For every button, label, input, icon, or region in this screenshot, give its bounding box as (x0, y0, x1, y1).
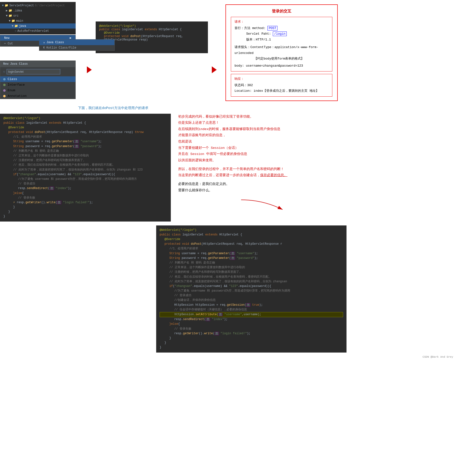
dialog-option-class[interactable]: Class (0, 76, 75, 82)
desc-line-7: 并且在 Session 中填写一些必要的身份信息 (178, 151, 287, 157)
cp3-line-20: resp.sendRedirect(兰 "index"); (160, 317, 343, 322)
interface-option-label: Interface (8, 83, 25, 87)
desc-line-1: 初步完成的代码，看似好像已经实现了登录功能。 (178, 114, 287, 120)
cp3-line-16: //创建会话，并保存的身份信息 (160, 298, 343, 303)
cp2-line-21: } (3, 210, 167, 214)
class-dot (3, 78, 6, 81)
tree-item-src[interactable]: ▼ 📁 src (0, 13, 76, 18)
cp3-line-21: }else{ (160, 322, 343, 326)
cp2-line-12: // 此时为了简单，就直接把密码写死了，假设有效的的用户名和密码，分别为 zha… (3, 168, 167, 172)
cp3-line-4: protected void doPost(HttpServletRequest… (160, 242, 343, 246)
middle-row: @WebServlet("/login") public class login… (0, 114, 459, 222)
tree-item-idea[interactable]: ▶ 📁 .idea (0, 8, 76, 13)
code-panel-2: @WebServlet("/login") public class login… (0, 114, 171, 222)
cp2-line-9: // 正常来说，这个判断操作是要放到数据库中进行存取的 (3, 153, 167, 158)
project-label: ServletProject (9, 4, 34, 7)
cp3-line-7: String password = req.getParameter(兰 "pa… (160, 256, 343, 261)
cp3-line-14: //为了避免 username 和 password为空，而造成空指针异常，把写… (160, 289, 343, 293)
info-panel-title: 登录的交互 (231, 9, 332, 14)
javaclass-label: Java Class (46, 41, 64, 44)
cp2-line-13: if("zhangsan".equals(username) && "123".… (3, 172, 167, 177)
project-icon: ▼ (2, 4, 4, 7)
src-arrow: ▼ (6, 14, 8, 18)
code-panel-3: @WebServlet("/login") public class login… (156, 225, 347, 353)
submenu-javaclass[interactable]: ☕ Java Class (39, 40, 114, 45)
submenu: ☕ Java Class K Kotlin Class/File (39, 39, 115, 51)
tree-item-autorefresh[interactable]: ○ AutoRefreshServlet (0, 29, 76, 33)
idea-folder-icon: 📁 (9, 9, 12, 12)
desc-line-9: 所以，在我们登录的过程中，并不是一个简单的用户名和密码的判断！ (178, 166, 287, 172)
cp3-line-10: // 注册的时候，把用户名和密码给写到数据库里面了。 (160, 270, 343, 274)
dialog-option-annotation[interactable]: Annotation (0, 93, 75, 99)
autorefresh-icon: ○ (15, 29, 16, 33)
cp3-line-1: @WebServlet("/login") (160, 228, 343, 233)
cp2-line-2: public class loginServlet extends HttpSe… (3, 121, 167, 125)
curved-arrow-svg (239, 197, 287, 212)
cp3-line-6: String username = req.getParameter(兰 "us… (160, 251, 343, 256)
desc-line-5: 也就是说 (178, 139, 287, 145)
submenu-kotlinclass[interactable]: K Kotlin Class/File (39, 45, 114, 51)
annotation-dot (3, 95, 6, 97)
project-path: G:\ServletProject (35, 4, 65, 7)
code-line-close: } (99, 41, 204, 45)
arrow-2 (208, 66, 221, 73)
src-label: src (13, 14, 19, 18)
cp2-line-18: // 登录失败 (3, 196, 167, 200)
arrow-2-shape (212, 66, 217, 73)
page-container: ▼ 📁 ServletProject G:\ServletProject ▶ 📁… (0, 0, 459, 476)
cp3-line-12: // 此时为了简单，就直接把密码写死了，假设有效的的用户名和密码，分别为 zha… (160, 279, 343, 284)
java-folder-icon: 📁 (14, 24, 18, 28)
dialog-option-interface[interactable]: Interface (0, 82, 75, 88)
cp3-line-25: } (160, 341, 343, 345)
kotlinclass-label: Kotlin Class/File (46, 46, 76, 50)
request-format-note: 【约定body使用form表单的格式】 (235, 56, 329, 61)
cp2-line-22: } (3, 214, 167, 219)
java-label: java (19, 24, 26, 28)
cp2-line-20: } (3, 205, 167, 210)
cp3-line-9: // 正常来说，这个判断操作是要放到数据库中进行存取的 (160, 265, 343, 270)
desc-text: 初步完成的代码，看似好像已经实现了登录功能。 但是实际上还差了点意思！ 在后续跳… (171, 114, 295, 217)
cp2-line-1: @WebServlet("/login") (3, 116, 167, 121)
tree-item-java[interactable]: ▼ 📁 java (0, 23, 76, 29)
code-line-dopost: protected void doPost(HttpServletRequest… (99, 35, 204, 41)
desc-line-10: 当这里的判断通过之后，还需要进一步的去创建会话，保存必要的信息。 (178, 172, 287, 179)
tree-item-project[interactable]: ▼ 📁 ServletProject G:\ServletProject (0, 3, 76, 8)
code-line-override: @Override (99, 31, 204, 35)
cp3-line-17: HttpSession httpSession = req.getSession… (160, 303, 343, 307)
idea-label: .idea (13, 9, 22, 12)
idea-arrow: ▶ (6, 9, 8, 12)
cp2-line-7: String password = req.getParameter(兰 "pa… (3, 144, 167, 149)
dialog-option-enum[interactable]: Enum (0, 88, 75, 93)
input-icon: ○ (3, 70, 5, 74)
request-version: 版本：HTTP/1.1 (235, 37, 329, 42)
cp3-line-5: //1、处理用户的请求 (160, 246, 343, 251)
cp3-line-13: if("zhangsan".equals(username) && "123".… (160, 284, 343, 289)
new-java-class-dialog: New Java Class ○ Class Interface Enum (0, 61, 76, 99)
cp2-line-16: resp.sendRedirect(兰 "index"); (3, 186, 167, 191)
code-line-annotation: @WebServlet("/login") (99, 24, 204, 28)
javaclass-icon: ☕ (43, 41, 45, 44)
desc-line-2: 但是实际上还差了点意思！ (178, 120, 287, 126)
cp3-line-24: } (160, 336, 343, 341)
cp3-line-8: // 判断用户名 和 密码 是否正确 (160, 261, 343, 265)
desc-blank (178, 164, 287, 166)
arrow-1 (83, 66, 96, 73)
tree-item-main[interactable]: ▼ 📁 main (0, 18, 76, 23)
cp2-line-6: String username = req.getParameter(兰 "us… (3, 139, 167, 144)
cp2-line-10: // 注册的时候，把用户名和密码给写到数据库里面了。 (3, 158, 167, 163)
dialog-title: New Java Class (0, 61, 75, 67)
request-title: 请求： (235, 20, 329, 24)
class-name-input[interactable] (7, 69, 60, 74)
cp2-line-11: // 然后，我们在后续登录的时候，在根据用户名查询密码，看密码匹不匹配。 (3, 163, 167, 167)
desc-line-3: 在后续跳转到index的时候，服务器要能够获取到当前用户身份信息 (178, 126, 287, 132)
desc-line-4: 才能显示该账号的对应的信息， (178, 132, 287, 139)
response-section: 响应： 状态码：302 Location: index【登录成功之后，要跳转的主… (231, 74, 332, 97)
top-row: ▼ 📁 ServletProject G:\ServletProject ▶ 📁… (0, 0, 459, 103)
method-highlight: POST (267, 26, 277, 30)
cp3-line-11: // 然后，我们在后续登录的时候，在根据用户名查询密码，看密码匹不匹配。 (160, 275, 343, 279)
desc-line-11: 必要的信息是：是我们自定义的。 (178, 181, 287, 187)
cp2-line-14: //为了避免 username 和 password为空，而造成空指针异常，把写… (3, 177, 167, 182)
cp3-line-18: // 往会话中存储键值对（关键信息），必要的身份信息 (160, 307, 343, 312)
request-body: body: username=zhangsan&password=123 (235, 63, 329, 69)
desc-line-8: 以供后面的逻辑来使用。 (178, 157, 287, 164)
